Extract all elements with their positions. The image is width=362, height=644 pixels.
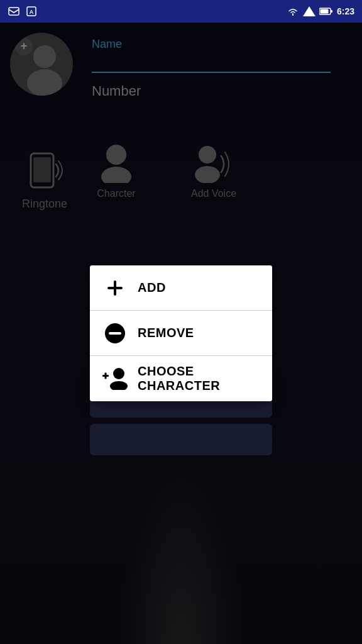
modal-add-label: ADD xyxy=(138,280,166,295)
battery-icon xyxy=(319,7,333,16)
notification1-icon xyxy=(8,5,20,18)
choose-character-icon xyxy=(102,367,128,390)
svg-marker-4 xyxy=(303,6,315,16)
time-display: 6:23 xyxy=(337,6,354,16)
add-icon xyxy=(102,278,128,298)
modal-add-item[interactable]: ADD xyxy=(90,265,272,311)
remove-icon xyxy=(102,322,128,345)
svg-rect-6 xyxy=(320,9,328,14)
svg-rect-23 xyxy=(105,373,107,379)
svg-point-24 xyxy=(113,368,124,379)
modal-remove-label: REMOVE xyxy=(138,326,194,340)
svg-rect-0 xyxy=(9,8,19,15)
svg-rect-21 xyxy=(109,332,121,335)
svg-point-25 xyxy=(110,381,128,390)
svg-rect-19 xyxy=(114,280,116,296)
status-bar-right: 6:23 xyxy=(287,6,354,16)
modal-remove-item[interactable]: REMOVE xyxy=(90,311,272,356)
svg-point-3 xyxy=(292,14,293,15)
signal-icon xyxy=(303,6,315,16)
svg-text:A: A xyxy=(30,9,34,15)
svg-rect-7 xyxy=(331,10,332,13)
modal-choose-character-item[interactable]: CHOOSE CHARACTER xyxy=(90,356,272,401)
modal-dialog: ADD REMOVE xyxy=(90,265,272,401)
notification2-icon: A xyxy=(25,5,38,18)
wifi-icon xyxy=(287,6,299,16)
status-bar: A 6:23 xyxy=(0,0,362,23)
status-bar-notifications: A xyxy=(8,5,38,18)
main-content: + Name Number Ringtone xyxy=(0,23,362,644)
modal-overlay: ADD REMOVE xyxy=(0,23,362,644)
modal-choose-character-label: CHOOSE CHARACTER xyxy=(138,364,260,393)
